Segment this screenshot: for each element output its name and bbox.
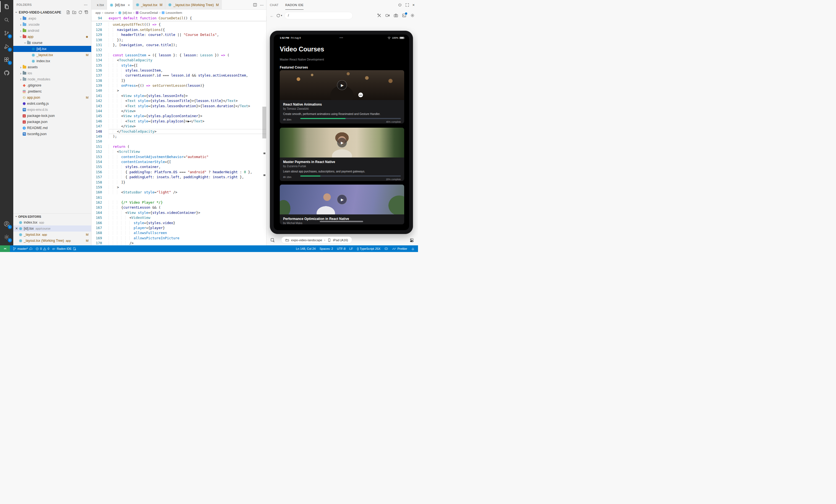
editor-more-icon[interactable]: ⋯ [260,3,264,7]
new-folder-icon[interactable] [72,10,76,14]
code-line-161[interactable]: 161 [92,195,266,200]
debug-console-icon[interactable] [402,13,406,18]
code-line-164[interactable]: 164 <View style={styles.videoContainer}> [92,210,266,215]
open-editor-_layout.tsx (Working Tree)[interactable]: _layout.tsx (Working Tree)appM [13,238,91,244]
code-line-170[interactable]: 170 /> [92,241,266,245]
tree-item-eslint.config.js[interactable]: eslint.config.js [13,101,91,106]
indentation[interactable]: Spaces: 2 [320,247,333,250]
tree-item-android[interactable]: ›android [13,27,91,34]
code-line-149[interactable]: 149 ); [92,134,266,139]
code-line-151[interactable]: 151 return ( [92,144,266,149]
code-line-160[interactable]: 160 <StatusBar style="light" /> [92,190,266,195]
language-mode[interactable]: {} TypeScript JSX [357,247,380,250]
editor-scrollbar[interactable] [262,106,266,138]
formatter-item[interactable]: ✓✓ Prettier [392,247,407,251]
code-line-139[interactable]: 139 onPress={() => setCurrentLesson(less… [92,83,266,88]
explorer-button[interactable] [0,0,13,13]
split-editor-icon[interactable] [253,3,257,7]
cursor-position[interactable]: Ln 148, Col 24 [296,247,316,250]
code-line-154[interactable]: 154 contentContainerStyle={[ [92,159,266,164]
notifications-button[interactable] [411,247,415,251]
tree-item-package.json[interactable]: npackage.json [13,119,91,125]
tree-item-app[interactable]: ›app [13,34,91,40]
radon-status-item[interactable]: Radon IDE [52,247,76,251]
eol[interactable]: LF [349,247,353,250]
search-button[interactable] [0,13,13,26]
breadcrumb-CourseDetail[interactable]: CourseDetail [136,11,158,14]
run-debug-button[interactable]: 1 [0,40,13,53]
code-line-159[interactable]: 159 > [92,185,266,190]
remote-indicator[interactable]: >< [0,245,10,252]
code-line-146[interactable]: 146 <Text style={styles.playIcon}>▶</Tex… [92,119,266,124]
editor-tab-x.tsx[interactable]: x.tsx [92,0,107,10]
tree-item-.prettierrc[interactable]: .prettierrc [13,89,91,95]
code-line-128[interactable]: 128 navigation.setOptions({ [92,27,266,32]
code-line-138[interactable]: 138 ]} [92,78,266,83]
screenshot-icon[interactable] [394,13,398,18]
tab-radon-ide[interactable]: RADON IDE [285,0,304,10]
code-area[interactable]: 126127 useLayoutEffect(() => {128 naviga… [92,16,266,245]
code-line-140[interactable]: 140 > [92,88,266,93]
copilot-button[interactable] [384,247,388,251]
tree-item-[id].tsx[interactable]: [id].tsx [13,46,91,52]
tree-item-tsconfig.json[interactable]: TStsconfig.json [13,131,91,137]
tree-item-package-lock.json[interactable]: npackage-lock.json [13,113,91,119]
sync-icon[interactable] [29,247,33,251]
code-line-155[interactable]: 155 styles.container, [92,164,266,169]
breadcrumb-course[interactable]: course [104,11,114,14]
tree-item-expo-env.d.ts[interactable]: TSexpo-env.d.ts [13,106,91,113]
breadcrumb-[id].tsx[interactable]: [id].tsx [118,11,132,15]
source-control-button[interactable]: 2 [0,26,13,40]
code-line-168[interactable]: 168 allowsFullscreen [92,230,266,235]
code-line-153[interactable]: 153 contentInsetAdjustmentBehavior="auto… [92,154,266,159]
code-line-147[interactable]: 147 </View> [92,124,266,129]
new-file-icon[interactable] [66,10,70,14]
code-line-127[interactable]: 127 useLayoutEffect(() => { [92,22,266,27]
screen-record-icon[interactable] [385,13,390,18]
code-line-169[interactable]: 169 allowsPictureInPicture [92,236,266,241]
code-line-144[interactable]: 144 </View> [92,109,266,114]
settings-button[interactable]: 1 [0,230,13,244]
editor-tab-[id].tsx[interactable]: [id].tsx× [107,0,133,10]
home-indicator[interactable] [320,221,363,222]
back-icon[interactable]: ← [270,13,274,18]
expand-icon[interactable] [405,3,409,7]
code-line-158[interactable]: 158 ]} [92,180,266,185]
tree-item-.gitignore[interactable]: .gitignore [13,82,91,89]
code-line-150[interactable]: 150 [92,139,266,144]
course-card-2[interactable]: ▶Master Payments in React Nativeby Zuzan… [280,128,404,181]
course-card-1[interactable]: ▶swmReact Native Animationsby Tomasz Zaw… [280,70,404,123]
code-line-134[interactable]: 134 <TouchableOpacity [92,58,266,63]
code-line-156[interactable]: 156 { paddingTop: Platform.OS === "andro… [92,170,266,175]
code-line-143[interactable]: 143 <Text style={styles.lessonDuration}>… [92,104,266,109]
tree-item-_layout.tsx[interactable]: _layout.tsxM [13,52,91,58]
editor-tab-_layout.tsx (Working Tree)[interactable]: _layout.tsx (Working Tree)M [165,0,222,10]
breadcrumb-LessonItem[interactable]: LessonItem [162,11,182,14]
code-line-165[interactable]: 165 <VideoView [92,215,266,220]
close-icon[interactable]: ✕ [14,227,19,230]
code-line-142[interactable]: 142 <Text style={styles.lessonTitle}>{le… [92,98,266,103]
code-line-133[interactable]: 133 const LessonItem = ({ lesson }: { le… [92,53,266,58]
open-editors-section[interactable]: › OPEN EDITORS [13,213,91,219]
open-editor-_layout.tsx[interactable]: _layout.tsxappM [13,232,91,238]
code-line-136[interactable]: 136 styles.lessonItem, [92,68,266,73]
code-line-152[interactable]: 152 <ScrollView [92,149,266,154]
tree-item-ios[interactable]: ›ios [13,70,91,76]
code-line-130[interactable]: 130 }); [92,38,266,42]
play-button[interactable]: ▶ [337,80,347,90]
open-editor-index.tsx[interactable]: index.tsxapp [13,219,91,226]
collapse-all-icon[interactable] [84,10,89,14]
problems-item[interactable]: 0 0 [35,247,49,251]
tree-item-.vscode[interactable]: ›.vscode [13,22,91,27]
code-line-157[interactable]: 157 { paddingLeft: insets.left, paddingR… [92,175,266,180]
open-editor-[id].tsx[interactable]: ✕[id].tsxapp/course [13,226,91,232]
code-line-137[interactable]: 137 currentLesson?.id === lesson.id && s… [92,73,266,78]
code-line-131[interactable]: 131 }, [navigation, course.title]); [92,42,266,47]
dev-tools-icon[interactable] [377,13,381,18]
url-bar[interactable]: / [284,12,353,19]
course-card-3[interactable]: ▶Performance Optimization in React Nativ… [280,185,404,225]
tree-item-README.md[interactable]: iREADME.md [13,125,91,131]
code-line-162[interactable]: 162 {/* Video Player */} [92,200,266,205]
tree-item-node_modules[interactable]: ›node_modules [13,76,91,82]
tab-chat[interactable]: CHAT [270,0,279,10]
